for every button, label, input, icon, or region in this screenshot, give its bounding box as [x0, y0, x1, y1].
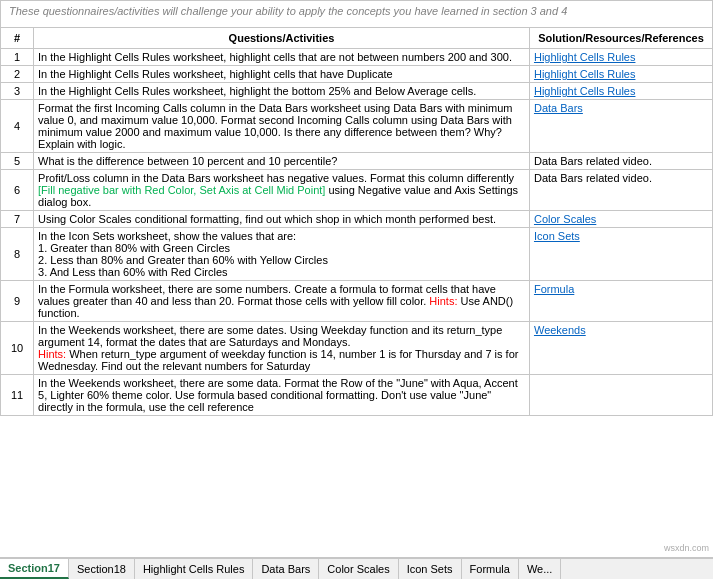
- row-num-11: 11: [1, 375, 34, 416]
- row-question-10: In the Weekends worksheet, there are som…: [34, 322, 530, 375]
- tab-section18[interactable]: Section18: [69, 559, 135, 579]
- table-row: 2In the Highlight Cells Rules worksheet,…: [1, 66, 713, 83]
- row-solution-8[interactable]: Icon Sets: [529, 228, 712, 281]
- row-solution-9[interactable]: Formula: [529, 281, 712, 322]
- row-solution-11: [529, 375, 712, 416]
- row-num-5: 5: [1, 153, 34, 170]
- banner: These questionnaires/activities will cha…: [0, 0, 713, 21]
- table-row: 6Profit/Loss column in the Data Bars wor…: [1, 170, 713, 211]
- row-num-4: 4: [1, 100, 34, 153]
- row-solution-7[interactable]: Color Scales: [529, 211, 712, 228]
- row-solution-3[interactable]: Highlight Cells Rules: [529, 83, 712, 100]
- tab-we...[interactable]: We...: [519, 559, 561, 579]
- row-num-3: 3: [1, 83, 34, 100]
- table-row: 7Using Color Scales conditional formatti…: [1, 211, 713, 228]
- row-num-7: 7: [1, 211, 34, 228]
- tab-color-scales[interactable]: Color Scales: [319, 559, 398, 579]
- row-solution-10[interactable]: Weekends: [529, 322, 712, 375]
- row-question-8: In the Icon Sets worksheet, show the val…: [34, 228, 530, 281]
- tab-highlight-cells-rules[interactable]: Highlight Cells Rules: [135, 559, 254, 579]
- header-num: #: [1, 28, 34, 49]
- tab-data-bars[interactable]: Data Bars: [253, 559, 319, 579]
- row-solution-6: Data Bars related video.: [529, 170, 712, 211]
- row-solution-5: Data Bars related video.: [529, 153, 712, 170]
- table-row: 10In the Weekends worksheet, there are s…: [1, 322, 713, 375]
- row-question-2: In the Highlight Cells Rules worksheet, …: [34, 66, 530, 83]
- row-question-1: In the Highlight Cells Rules worksheet, …: [34, 49, 530, 66]
- row-question-5: What is the difference between 10 percen…: [34, 153, 530, 170]
- row-question-9: In the Formula worksheet, there are some…: [34, 281, 530, 322]
- tab-section17[interactable]: Section17: [0, 559, 69, 579]
- banner-text: These questionnaires/activities will cha…: [9, 5, 567, 17]
- table-row: 11In the Weekends worksheet, there are s…: [1, 375, 713, 416]
- row-num-1: 1: [1, 49, 34, 66]
- table-row: 1In the Highlight Cells Rules worksheet,…: [1, 49, 713, 66]
- row-solution-4[interactable]: Data Bars: [529, 100, 712, 153]
- row-num-6: 6: [1, 170, 34, 211]
- row-question-7: Using Color Scales conditional formattin…: [34, 211, 530, 228]
- row-num-8: 8: [1, 228, 34, 281]
- watermark: wsxdn.com: [664, 543, 709, 553]
- table-row: 8In the Icon Sets worksheet, show the va…: [1, 228, 713, 281]
- row-question-11: In the Weekends worksheet, there are som…: [34, 375, 530, 416]
- row-num-10: 10: [1, 322, 34, 375]
- table-row: 4Format the first Incoming Calls column …: [1, 100, 713, 153]
- table-header-row: # Questions/Activities Solution/Resource…: [1, 28, 713, 49]
- row-num-2: 2: [1, 66, 34, 83]
- table-row: 9In the Formula worksheet, there are som…: [1, 281, 713, 322]
- tab-bar: Section17Section18Highlight Cells RulesD…: [0, 557, 713, 579]
- row-question-6: Profit/Loss column in the Data Bars work…: [34, 170, 530, 211]
- table-row: 5What is the difference between 10 perce…: [1, 153, 713, 170]
- row-question-3: In the Highlight Cells Rules worksheet, …: [34, 83, 530, 100]
- table-wrapper: # Questions/Activities Solution/Resource…: [0, 27, 713, 557]
- row-num-9: 9: [1, 281, 34, 322]
- row-solution-2[interactable]: Highlight Cells Rules: [529, 66, 712, 83]
- header-questions: Questions/Activities: [34, 28, 530, 49]
- tab-icon-sets[interactable]: Icon Sets: [399, 559, 462, 579]
- header-solution: Solution/Resources/References: [529, 28, 712, 49]
- spreadsheet-container: These questionnaires/activities will cha…: [0, 0, 713, 579]
- row-solution-1[interactable]: Highlight Cells Rules: [529, 49, 712, 66]
- table-row: 3In the Highlight Cells Rules worksheet,…: [1, 83, 713, 100]
- main-table: # Questions/Activities Solution/Resource…: [0, 27, 713, 416]
- tab-formula[interactable]: Formula: [462, 559, 519, 579]
- row-question-4: Format the first Incoming Calls column i…: [34, 100, 530, 153]
